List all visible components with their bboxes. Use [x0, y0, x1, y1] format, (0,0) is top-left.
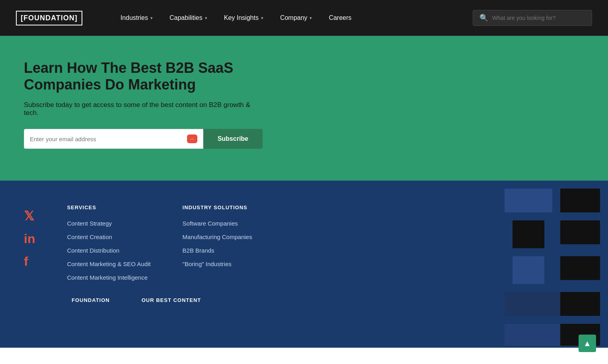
nav-links: Industries ▾ Capabilities ▾ Key Insights… — [114, 11, 457, 25]
footer-social: 𝕏 in f — [24, 204, 35, 281]
deco-block-1 — [505, 189, 552, 212]
nav-label-key-insights: Key Insights — [224, 14, 259, 21]
subscribe-button[interactable]: Subscribe — [203, 129, 263, 149]
list-item: Software Companies — [183, 220, 252, 227]
hero-section: Learn How The Best B2B SaaS Companies Do… — [0, 36, 608, 181]
deco-block-4 — [560, 220, 600, 244]
content-creation-link[interactable]: Content Creation — [67, 234, 112, 240]
list-item: Content Creation — [67, 234, 150, 241]
list-item: B2B Brands — [183, 247, 252, 254]
footer-col-industry-solutions: INDUSTRY SOLUTIONS Software Companies Ma… — [183, 204, 252, 281]
boring-industries-link[interactable]: "Boring" Industries — [183, 261, 232, 267]
chat-icon: ··· — [187, 134, 197, 143]
twitter-icon[interactable]: 𝕏 — [24, 208, 35, 224]
list-item: Content Distribution — [67, 247, 150, 254]
nav-label-capabilities: Capabilities — [170, 14, 203, 21]
footer: 𝕏 in f SERVICES Content Strategy Content… — [0, 181, 608, 348]
deco-block-9 — [505, 324, 560, 346]
linkedin-icon[interactable]: in — [24, 232, 35, 246]
nav-item-capabilities[interactable]: Capabilities ▾ — [163, 11, 214, 25]
search-bar[interactable]: 🔍 — [473, 10, 592, 26]
manufacturing-companies-link[interactable]: Manufacturing Companies — [183, 234, 252, 240]
nav-label-industries: Industries — [121, 14, 148, 21]
hero-heading: Learn How The Best B2B SaaS Companies Do… — [24, 60, 302, 93]
hero-subheading: Subscribe today to get access to some of… — [24, 101, 263, 117]
list-item: Content Marketing & SEO Audit — [67, 261, 150, 268]
navbar: [FOUNDATION] Industries ▾ Capabilities ▾… — [0, 0, 608, 36]
nav-item-company[interactable]: Company ▾ — [274, 11, 318, 25]
chevron-down-icon: ▾ — [261, 16, 263, 21]
list-item: Content Strategy — [67, 220, 150, 227]
facebook-icon[interactable]: f — [24, 254, 35, 269]
our-best-content-heading: OUR BEST CONTENT — [142, 297, 201, 303]
email-input[interactable] — [30, 130, 184, 148]
content-marketing-intelligence-link[interactable]: Content Marketing Intelligence — [67, 274, 148, 281]
email-input-wrapper: ··· — [24, 129, 203, 149]
content-strategy-link[interactable]: Content Strategy — [67, 220, 112, 227]
search-input[interactable] — [492, 15, 585, 21]
nav-item-careers[interactable]: Careers — [322, 11, 358, 25]
list-item: Content Marketing Intelligence — [67, 274, 150, 281]
footer-col-our-best-content: OUR BEST CONTENT — [142, 297, 201, 313]
deco-block-3 — [513, 220, 544, 248]
deco-block-6 — [560, 256, 600, 280]
subscribe-form: ··· Subscribe — [24, 129, 263, 149]
scroll-to-top-button[interactable]: ▲ — [579, 335, 596, 352]
b2b-brands-link[interactable]: B2B Brands — [183, 247, 214, 254]
industry-solutions-heading: INDUSTRY SOLUTIONS — [183, 204, 252, 210]
services-heading: SERVICES — [67, 204, 150, 210]
nav-item-industries[interactable]: Industries ▾ — [114, 11, 159, 25]
chevron-down-icon: ▾ — [310, 16, 312, 21]
services-list: Content Strategy Content Creation Conten… — [67, 220, 150, 281]
list-item: Manufacturing Companies — [183, 234, 252, 241]
footer-cols: SERVICES Content Strategy Content Creati… — [67, 204, 252, 281]
content-distribution-link[interactable]: Content Distribution — [67, 247, 119, 254]
decorative-blocks — [489, 181, 608, 348]
nav-item-key-insights[interactable]: Key Insights ▾ — [218, 11, 270, 25]
nav-label-company: Company — [280, 14, 307, 21]
deco-block-7 — [505, 292, 560, 316]
nav-label-careers: Careers — [329, 14, 351, 21]
list-item: "Boring" Industries — [183, 261, 252, 268]
chevron-down-icon: ▾ — [150, 16, 153, 21]
software-companies-link[interactable]: Software Companies — [183, 220, 238, 227]
footer-col-services: SERVICES Content Strategy Content Creati… — [67, 204, 150, 281]
industry-solutions-list: Software Companies Manufacturing Compani… — [183, 220, 252, 268]
deco-block-2 — [560, 189, 600, 212]
footer-col-foundation: FOUNDATION — [72, 297, 110, 313]
content-marketing-seo-link[interactable]: Content Marketing & SEO Audit — [67, 261, 150, 267]
foundation-heading: FOUNDATION — [72, 297, 110, 303]
deco-block-5 — [513, 256, 544, 284]
search-icon: 🔍 — [479, 14, 488, 22]
deco-block-8 — [560, 292, 600, 316]
logo[interactable]: [FOUNDATION] — [16, 11, 82, 25]
chevron-down-icon: ▾ — [205, 16, 207, 21]
